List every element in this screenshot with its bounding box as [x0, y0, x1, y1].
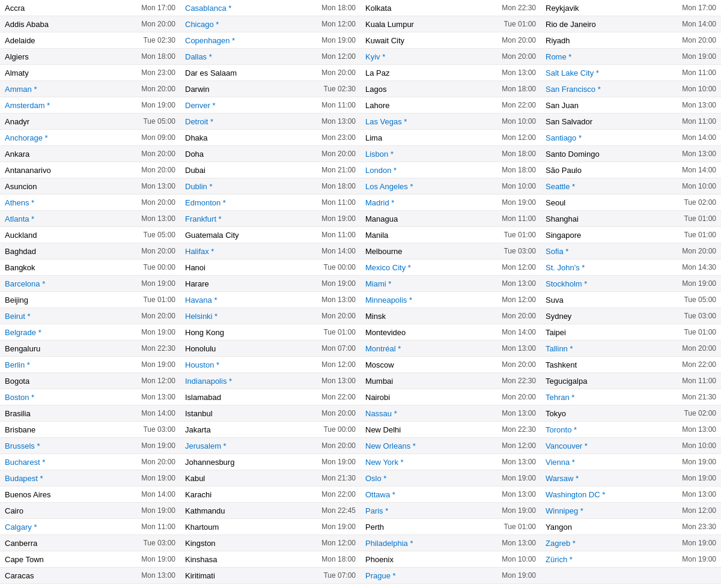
- city-time: Mon 20:00: [321, 409, 356, 417]
- city-name[interactable]: Prague *: [365, 571, 498, 580]
- city-name: Addis Ababa: [5, 20, 138, 29]
- city-name[interactable]: Salt Lake City *: [546, 68, 678, 77]
- city-name[interactable]: Denver *: [185, 101, 318, 110]
- table-row: DhakaMon 23:00: [180, 130, 360, 146]
- table-row: Denver *Mon 11:00: [180, 97, 360, 114]
- city-name[interactable]: Mexico City *: [365, 263, 498, 272]
- city-name[interactable]: Houston *: [185, 360, 318, 369]
- table-row: HarareMon 19:00: [180, 276, 360, 292]
- city-name[interactable]: Zagreb *: [546, 539, 678, 548]
- city-time: Mon 10:00: [682, 182, 716, 190]
- city-name[interactable]: Los Angeles *: [365, 182, 498, 191]
- table-row: LahoreMon 22:00: [360, 97, 541, 114]
- table-row: San SalvadorMon 11:00: [541, 114, 721, 130]
- city-name: Auckland: [5, 231, 139, 240]
- city-name[interactable]: Chicago *: [185, 20, 318, 29]
- city-name[interactable]: Vienna *: [546, 458, 678, 467]
- table-row: MoscowMon 20:00: [360, 357, 541, 373]
- city-name[interactable]: Calgary *: [5, 523, 138, 532]
- city-name[interactable]: Madrid *: [365, 198, 498, 207]
- city-name[interactable]: Boston *: [5, 393, 138, 402]
- city-name: Phoenix: [365, 555, 498, 564]
- table-row: Frankfurt *Mon 19:00: [180, 211, 360, 227]
- city-name[interactable]: Belgrade *: [5, 328, 138, 337]
- city-name: Caracas: [5, 571, 138, 580]
- city-name[interactable]: Montréal *: [365, 344, 498, 353]
- city-name[interactable]: London *: [365, 166, 498, 175]
- city-name[interactable]: Stockholm *: [546, 279, 678, 288]
- table-row: KinshasaMon 18:00: [180, 551, 360, 568]
- city-name[interactable]: Brussels *: [5, 441, 138, 450]
- city-name[interactable]: Barcelona *: [5, 279, 138, 288]
- city-name: Kabul: [185, 474, 318, 483]
- city-name[interactable]: Beirut *: [5, 312, 138, 321]
- city-name[interactable]: Helsinki *: [185, 312, 318, 321]
- city-name[interactable]: Budapest *: [5, 474, 138, 483]
- city-name[interactable]: Toronto *: [546, 425, 678, 434]
- city-name[interactable]: Indianapolis *: [185, 377, 318, 386]
- table-row: Lisbon *Mon 18:00: [360, 146, 541, 162]
- city-name[interactable]: Jerusalem *: [185, 441, 318, 450]
- table-row: Vienna *Mon 19:00: [541, 454, 721, 470]
- city-time: Mon 22:00: [321, 393, 356, 401]
- city-name[interactable]: Edmonton *: [185, 198, 318, 207]
- city-name[interactable]: Ottawa *: [365, 490, 498, 499]
- city-time: Mon 20:00: [141, 247, 175, 255]
- city-name[interactable]: Berlin *: [5, 360, 138, 369]
- city-time: Mon 20:00: [682, 36, 716, 44]
- city-name[interactable]: Kyiv *: [365, 52, 498, 61]
- city-name[interactable]: Vancouver *: [546, 441, 678, 450]
- city-time: Mon 10:00: [502, 117, 536, 126]
- city-name[interactable]: Sofia *: [546, 247, 678, 256]
- city-name[interactable]: Seattle *: [546, 182, 678, 191]
- city-time: Mon 21:00: [321, 166, 356, 174]
- city-time: Mon 23:30: [682, 523, 716, 531]
- city-time: Mon 20:00: [321, 68, 356, 77]
- table-row: Los Angeles *Mon 10:00: [360, 178, 541, 195]
- city-name[interactable]: Havana *: [185, 296, 318, 305]
- city-name[interactable]: Copenhagen *: [185, 36, 318, 45]
- city-name[interactable]: Philadelphia *: [365, 539, 498, 548]
- city-name[interactable]: Oslo *: [365, 474, 498, 483]
- city-name[interactable]: San Francisco *: [546, 85, 678, 94]
- city-time: Mon 19:00: [321, 279, 356, 288]
- city-time: Mon 22:00: [321, 490, 356, 499]
- city-name[interactable]: Washington DC *: [546, 490, 678, 499]
- city-name[interactable]: Santiago *: [546, 133, 678, 142]
- city-name: Ankara: [5, 150, 138, 159]
- city-name[interactable]: New Orleans *: [365, 441, 498, 450]
- city-name[interactable]: Minneapolis *: [365, 296, 498, 305]
- city-name[interactable]: Warsaw *: [546, 474, 678, 483]
- city-name[interactable]: Atlanta *: [5, 214, 138, 223]
- city-name[interactable]: New York *: [365, 458, 498, 467]
- city-name[interactable]: Winnipeg *: [546, 506, 678, 515]
- city-time: Mon 20:00: [502, 312, 536, 320]
- city-name[interactable]: Halifax *: [185, 247, 318, 256]
- table-row: Salt Lake City *Mon 11:00: [541, 65, 721, 81]
- city-name[interactable]: Rome *: [546, 52, 678, 61]
- city-name[interactable]: Casablanca *: [185, 4, 318, 13]
- city-name[interactable]: Detroit *: [185, 117, 318, 126]
- city-name[interactable]: Anchorage *: [5, 133, 138, 142]
- city-name[interactable]: Tehran *: [546, 393, 678, 402]
- city-name[interactable]: Bucharest *: [5, 458, 138, 467]
- city-name[interactable]: Tallinn *: [546, 344, 678, 353]
- city-name[interactable]: Miami *: [365, 279, 498, 288]
- city-name[interactable]: Dublin *: [185, 182, 318, 191]
- table-row: New DelhiMon 22:30: [360, 422, 541, 438]
- city-name[interactable]: Paris *: [365, 506, 498, 515]
- city-name[interactable]: Frankfurt *: [185, 214, 318, 223]
- table-row: Santiago *Mon 14:00: [541, 130, 721, 146]
- city-time: Mon 13:00: [502, 490, 536, 499]
- table-row: Santo DomingoMon 13:00: [541, 146, 721, 162]
- table-row: NairobiMon 20:00: [360, 389, 541, 405]
- city-name[interactable]: Athens *: [5, 198, 138, 207]
- city-name[interactable]: Amman *: [5, 85, 138, 94]
- city-name[interactable]: Dallas *: [185, 52, 318, 61]
- city-name[interactable]: Amsterdam *: [5, 101, 138, 110]
- city-name[interactable]: Nassau *: [365, 409, 498, 418]
- city-name[interactable]: Lisbon *: [365, 150, 498, 159]
- city-name[interactable]: Las Vegas *: [365, 117, 498, 126]
- city-name[interactable]: Zürich *: [546, 555, 678, 564]
- city-name[interactable]: St. John's *: [546, 263, 678, 272]
